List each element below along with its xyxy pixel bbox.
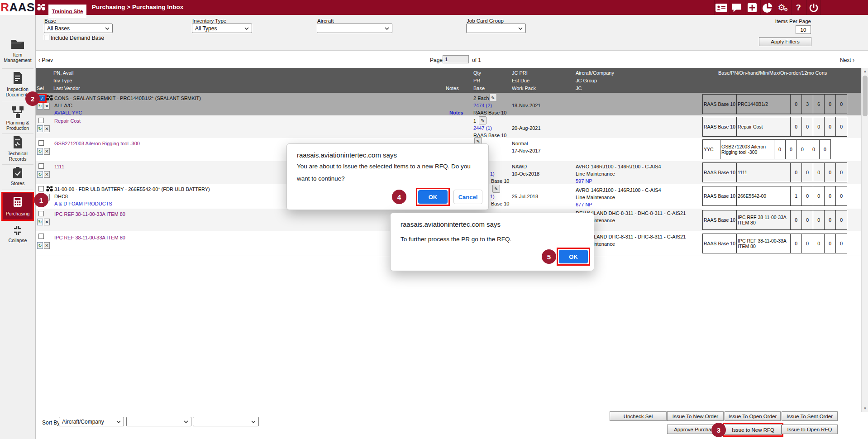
cancel-button[interactable]: Cancel xyxy=(453,190,482,204)
uncheck-sel-button[interactable]: Uncheck Sel xyxy=(610,411,667,421)
release-icon[interactable]: ↻ xyxy=(37,103,43,110)
row-pn-link[interactable]: GSB2712003 Aileron Rigging tool -300 xyxy=(54,141,140,146)
add-icon[interactable] xyxy=(745,0,759,15)
pie-chart-icon[interactable] xyxy=(760,0,774,15)
scrollbar-thumb[interactable] xyxy=(863,76,868,116)
row-checkbox[interactable] xyxy=(38,140,44,146)
include-demand-base-checkbox[interactable] xyxy=(44,35,49,40)
items-per-page-value: 10 xyxy=(801,27,806,33)
mini-12mo: 0 xyxy=(836,210,847,230)
row-pr-link[interactable]: 2447 (1) xyxy=(473,125,492,131)
row-pn-link[interactable]: 1111 xyxy=(54,164,64,169)
row-checkbox[interactable]: ✓ xyxy=(39,95,45,101)
vertical-scrollbar[interactable]: ▲ ▼ xyxy=(861,68,868,412)
issue-to-open-rfq-label: Issue to Open RFQ xyxy=(787,427,832,432)
release-icon[interactable]: ↻ xyxy=(37,219,43,225)
row-pn-link[interactable]: Repair Cost xyxy=(54,118,81,124)
mini-base: RAAS Base 10 xyxy=(703,210,737,230)
base-filter-select[interactable]: All Bases xyxy=(44,24,113,33)
issue-to-open-order-label: Issue To Open Order xyxy=(729,414,777,419)
scroll-down-icon[interactable]: ▼ xyxy=(862,405,868,412)
record-document-icon xyxy=(0,136,35,148)
dialog-message: You are about to issue the selected item… xyxy=(297,160,482,185)
sidebar-item-purchasing[interactable]: Purchasing xyxy=(1,192,34,221)
binoculars-icon[interactable] xyxy=(46,186,53,193)
row-checkbox[interactable] xyxy=(38,118,44,123)
mini-base: RAAS Base 10 xyxy=(703,234,737,253)
issue-to-new-rfq-button[interactable]: Issue to New RFQ xyxy=(725,425,782,435)
row-checkbox[interactable] xyxy=(38,163,44,169)
job-card-group-select[interactable] xyxy=(466,24,526,33)
edit-qty-icon[interactable]: ✎ xyxy=(489,94,497,102)
row-notes-link[interactable]: Notes xyxy=(449,110,463,115)
issue-to-sent-order-button[interactable]: Issue To Sent Order xyxy=(782,411,838,421)
chevron-down-icon xyxy=(385,27,389,30)
delete-icon[interactable]: ✕ xyxy=(44,242,50,249)
delete-icon[interactable]: ✕ xyxy=(44,125,50,132)
settings-gears-icon[interactable]: ⚙⚙ xyxy=(776,0,790,15)
step-badge-1: 1 xyxy=(34,193,48,207)
delete-icon[interactable]: ✕ xyxy=(44,148,50,155)
sort-select-1[interactable]: Aircraft/Company xyxy=(59,417,124,426)
issue-to-open-rfq-button[interactable]: Issue to Open RFQ xyxy=(782,425,838,434)
row-est-due: 25-Jul-2018 xyxy=(512,194,538,199)
next-page-link[interactable]: Next › xyxy=(840,57,854,63)
mini-onorder: 0 xyxy=(808,140,820,159)
document-icon xyxy=(0,72,35,84)
edit-qty-icon[interactable]: ✎ xyxy=(492,185,500,193)
release-icon[interactable]: ↻ xyxy=(37,171,43,178)
ok-button[interactable]: OK xyxy=(418,190,448,204)
sort-select-2[interactable] xyxy=(126,417,191,426)
mini-onorder: 0 xyxy=(825,186,836,206)
row-base: RAAS Base 10 xyxy=(473,110,506,115)
prev-page-link[interactable]: ‹ Prev xyxy=(38,57,53,63)
mini-max: 0 xyxy=(797,140,808,159)
scroll-up-icon[interactable]: ▲ xyxy=(862,68,868,75)
items-per-page-label: Items Per Page xyxy=(768,19,811,24)
delete-icon[interactable]: ✕ xyxy=(44,171,50,178)
edit-qty-icon[interactable]: ✎ xyxy=(479,116,486,124)
binoculars-icon[interactable] xyxy=(46,95,53,102)
chat-icon[interactable] xyxy=(730,0,744,15)
table-row: Repair Cost ↻✕ 1 ✎ 2447 (1) RAAS Base 10… xyxy=(36,115,861,138)
items-per-page-input[interactable]: 10 xyxy=(796,25,811,34)
aircraft-filter-select[interactable] xyxy=(317,24,392,33)
issue-to-new-order-button[interactable]: Issue To New Order xyxy=(667,411,724,421)
delete-icon[interactable]: ✕ xyxy=(44,219,50,225)
row-pr-link[interactable]: 2474 (2) xyxy=(473,103,492,108)
ok-button[interactable]: OK xyxy=(559,250,588,263)
row-pr-fragment[interactable]: 1) xyxy=(490,194,495,199)
mini-min: 0 xyxy=(786,140,797,159)
row-vendor-link[interactable]: A & D FOAM PRODUCTS xyxy=(54,201,112,206)
row-pn-link[interactable]: IPC REF 38-11-00-33A ITEM 80 xyxy=(54,211,125,217)
power-icon[interactable] xyxy=(806,0,821,15)
sort-select-3[interactable] xyxy=(193,417,259,426)
apply-filters-button[interactable]: Apply Filters xyxy=(759,37,811,46)
delete-icon[interactable]: ✕ xyxy=(44,103,50,110)
page-number-input[interactable]: 1 xyxy=(443,55,469,63)
row-stock-mini-table: RAAS Base 10 266E5542-00 1 0 0 0 0 xyxy=(702,186,847,206)
release-icon[interactable]: ↻ xyxy=(37,125,43,132)
row-vendor-link[interactable]: AVIALL YYC xyxy=(54,110,82,115)
sort-select-1-value: Aircraft/Company xyxy=(62,419,114,425)
sidebar-separator xyxy=(2,164,33,165)
row-pn-link[interactable]: IPC REF 38-11-00-33A ITEM 80 xyxy=(54,235,125,240)
row-checkbox[interactable] xyxy=(38,211,44,216)
release-icon[interactable]: ↻ xyxy=(37,148,43,155)
row-checkbox[interactable] xyxy=(38,234,44,239)
row-jc-link[interactable]: 597 NP xyxy=(576,178,592,184)
tab-training-site[interactable]: Training Site xyxy=(48,5,86,18)
issue-to-new-rfq-highlight: Issue to New RFQ xyxy=(723,423,783,437)
row-checkbox[interactable] xyxy=(38,186,44,191)
inventory-type-label: Inventory Type xyxy=(192,18,226,24)
sidebar-item-label: Purchasing xyxy=(6,211,30,216)
inventory-type-select[interactable]: All Types xyxy=(192,24,252,33)
issue-to-open-order-button[interactable]: Issue To Open Order xyxy=(725,411,781,421)
row-pr-fragment[interactable]: 1) xyxy=(490,171,495,177)
binoculars-icon[interactable] xyxy=(37,4,45,13)
release-icon[interactable]: ↻ xyxy=(37,242,43,249)
help-icon[interactable]: ? xyxy=(791,0,805,15)
row-jc-link[interactable]: 677 NP xyxy=(576,202,592,207)
profile-card-icon[interactable] xyxy=(714,0,728,15)
row-aircraft: AVRO 146RJ100 - 146RJ100 - C-AIS4 xyxy=(576,164,661,169)
